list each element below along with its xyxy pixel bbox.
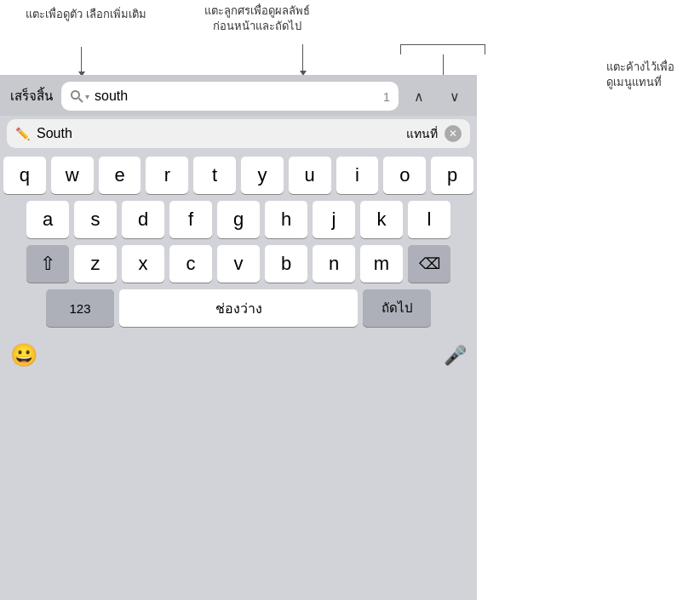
key-a[interactable]: a — [26, 201, 69, 238]
annotation-top-center: แตะลูกศรเพื่อดูผลลัพธ์ก่อนหน้าและถัดไป — [204, 3, 310, 34]
key-l[interactable]: l — [408, 201, 450, 238]
keyboard-panel: เสร็จสิ้น ▾ south 1 ∧ ∨ ✏️ South แทนที่ … — [0, 75, 477, 600]
key-g[interactable]: g — [217, 201, 260, 238]
numbers-key[interactable]: 123 — [46, 289, 114, 327]
search-value: south — [95, 89, 378, 104]
annotation-area: แตะเพื่อดูตัว เลือกเพิ่มเติม แตะลูกศรเพื… — [0, 0, 700, 75]
bottom-bar: 😀 🎤 — [0, 337, 477, 374]
key-k[interactable]: k — [360, 201, 403, 238]
key-x[interactable]: x — [122, 245, 164, 283]
search-bar: เสร็จสิ้น ▾ south 1 ∧ ∨ — [0, 75, 477, 116]
next-key[interactable]: ถัดไป — [363, 289, 431, 327]
key-i[interactable]: i — [336, 157, 379, 194]
key-b[interactable]: b — [265, 245, 307, 283]
shift-key[interactable]: ⇧ — [26, 245, 69, 283]
key-row-2: a s d f g h j k l — [3, 201, 473, 238]
next-result-button[interactable]: ∨ — [439, 82, 470, 111]
svg-line-1 — [79, 99, 83, 103]
search-icon-wrap: ▾ — [70, 89, 89, 103]
annotation-top-left: แตะเพื่อดูตัว เลือกเพิ่มเติม — [26, 7, 146, 22]
svg-point-0 — [72, 91, 79, 99]
space-key[interactable]: ช่องว่าง — [119, 289, 358, 327]
key-j[interactable]: j — [313, 201, 355, 238]
arrow-left-decoration — [81, 47, 82, 72]
key-z[interactable]: z — [74, 245, 117, 283]
key-f[interactable]: f — [169, 201, 212, 238]
bracket-decoration — [400, 44, 485, 54]
key-m[interactable]: m — [360, 245, 403, 283]
edit-icon: ✏️ — [15, 127, 30, 140]
emoji-button[interactable]: 😀 — [10, 342, 37, 369]
search-chevron-icon[interactable]: ▾ — [85, 92, 89, 101]
done-button[interactable]: เสร็จสิ้น — [7, 86, 56, 106]
key-t[interactable]: t — [193, 157, 236, 194]
key-r[interactable]: r — [146, 157, 188, 194]
key-row-3: ⇧ z x c v b n m ⌫ — [3, 245, 473, 283]
key-q[interactable]: q — [3, 157, 46, 194]
replace-value: South — [37, 126, 399, 141]
key-w[interactable]: w — [51, 157, 94, 194]
clear-button[interactable]: ✕ — [445, 125, 462, 142]
search-count: 1 — [383, 89, 390, 104]
microphone-button[interactable]: 🎤 — [444, 345, 467, 367]
delete-key[interactable]: ⌫ — [408, 245, 450, 283]
key-c[interactable]: c — [169, 245, 212, 283]
key-n[interactable]: n — [313, 245, 355, 283]
replace-label: แทนที่ — [406, 124, 438, 143]
prev-result-button[interactable]: ∧ — [404, 82, 434, 111]
key-o[interactable]: o — [383, 157, 426, 194]
key-e[interactable]: e — [99, 157, 141, 194]
replace-bar: ✏️ South แทนที่ ✕ — [7, 119, 470, 148]
key-v[interactable]: v — [217, 245, 260, 283]
key-s[interactable]: s — [74, 201, 117, 238]
key-p[interactable]: p — [431, 157, 473, 194]
search-input-wrap[interactable]: ▾ south 1 — [61, 82, 399, 111]
key-y[interactable]: y — [241, 157, 284, 194]
key-u[interactable]: u — [289, 157, 331, 194]
keyboard-body: q w e r t y u i o p a s d f g h j k l ⇧ … — [0, 151, 477, 337]
key-h[interactable]: h — [265, 201, 307, 238]
arrow-center-decoration — [302, 44, 303, 71]
key-row-4: 123 ช่องว่าง ถัดไป — [3, 289, 473, 327]
annotation-right: แตะค้างไว้เพื่อดูเมนูแทนที่ — [606, 60, 674, 90]
key-d[interactable]: d — [122, 201, 164, 238]
search-icon — [70, 89, 83, 103]
key-row-1: q w e r t y u i o p — [3, 157, 473, 194]
